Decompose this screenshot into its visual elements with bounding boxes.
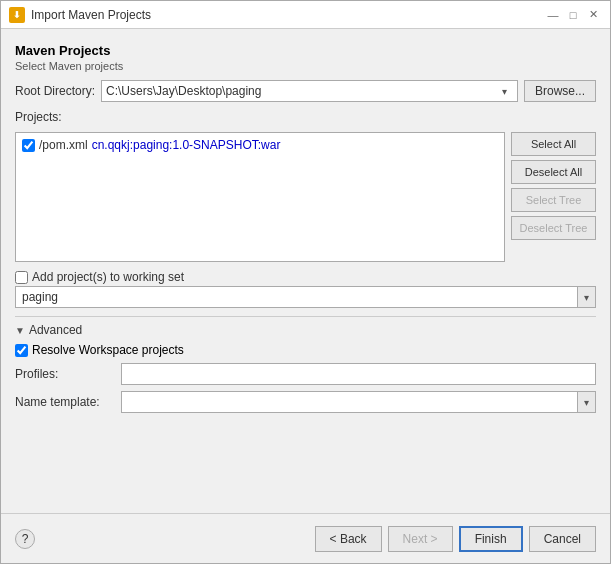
name-template-label: Name template: — [15, 395, 115, 409]
cancel-button[interactable]: Cancel — [529, 526, 596, 552]
name-template-combo[interactable]: ▾ — [121, 391, 596, 413]
window-icon: ⬇ — [9, 7, 25, 23]
working-set-arrow-icon[interactable]: ▾ — [577, 287, 595, 307]
window-title: Import Maven Projects — [31, 8, 151, 22]
dialog-footer: ? < Back Next > Finish Cancel — [1, 513, 610, 563]
advanced-header[interactable]: ▼ Advanced — [15, 323, 596, 337]
title-bar: ⬇ Import Maven Projects — □ ✕ — [1, 1, 610, 29]
deselect-all-button[interactable]: Deselect All — [511, 160, 596, 184]
advanced-label: Advanced — [29, 323, 82, 337]
back-button[interactable]: < Back — [315, 526, 382, 552]
profiles-input[interactable] — [121, 363, 596, 385]
footer-right: < Back Next > Finish Cancel — [315, 526, 596, 552]
minimize-button[interactable]: — — [544, 6, 562, 24]
dialog-title: Maven Projects — [15, 43, 596, 58]
dialog-subtitle: Select Maven projects — [15, 60, 596, 72]
projects-list[interactable]: /pom.xml cn.qqkj:paging:1.0-SNAPSHOT:war — [15, 132, 505, 262]
projects-label: Projects: — [15, 110, 596, 124]
project-artifact: cn.qqkj:paging:1.0-SNAPSHOT:war — [92, 138, 281, 152]
dialog-content: Maven Projects Select Maven projects Roo… — [1, 29, 610, 513]
name-template-arrow-icon[interactable]: ▾ — [577, 392, 595, 412]
select-tree-button[interactable]: Select Tree — [511, 188, 596, 212]
advanced-expand-icon: ▼ — [15, 325, 25, 336]
advanced-section: ▼ Advanced Resolve Workspace projects Pr… — [15, 316, 596, 413]
import-maven-dialog: ⬇ Import Maven Projects — □ ✕ Maven Proj… — [0, 0, 611, 564]
profiles-label: Profiles: — [15, 367, 115, 381]
profiles-row: Profiles: — [15, 363, 596, 385]
project-path: /pom.xml — [39, 138, 88, 152]
title-bar-left: ⬇ Import Maven Projects — [9, 7, 151, 23]
resolve-workspace-label: Resolve Workspace projects — [32, 343, 184, 357]
root-directory-arrow-icon: ▾ — [497, 86, 513, 97]
close-button[interactable]: ✕ — [584, 6, 602, 24]
projects-buttons: Select All Deselect All Select Tree Dese… — [511, 132, 596, 262]
maximize-button[interactable]: □ — [564, 6, 582, 24]
resolve-workspace-checkbox[interactable] — [15, 344, 28, 357]
select-all-button[interactable]: Select All — [511, 132, 596, 156]
working-set-label: Add project(s) to working set — [32, 270, 184, 284]
working-set-row: Add project(s) to working set — [15, 270, 596, 284]
resolve-workspace-row: Resolve Workspace projects — [15, 343, 596, 357]
footer-left: ? — [15, 529, 35, 549]
project-checkbox[interactable] — [22, 139, 35, 152]
working-set-section: Add project(s) to working set paging ▾ — [15, 270, 596, 308]
help-button[interactable]: ? — [15, 529, 35, 549]
deselect-tree-button[interactable]: Deselect Tree — [511, 216, 596, 240]
advanced-content: Resolve Workspace projects Profiles: Nam… — [15, 343, 596, 413]
working-set-value: paging — [16, 290, 577, 304]
projects-area: /pom.xml cn.qqkj:paging:1.0-SNAPSHOT:war… — [15, 132, 596, 262]
dialog-header: Maven Projects Select Maven projects — [15, 43, 596, 72]
root-directory-label: Root Directory: — [15, 84, 95, 98]
browse-button[interactable]: Browse... — [524, 80, 596, 102]
root-directory-value: C:\Users\Jay\Desktop\paging — [106, 84, 497, 98]
root-directory-row: Root Directory: C:\Users\Jay\Desktop\pag… — [15, 80, 596, 102]
working-set-combo[interactable]: paging ▾ — [15, 286, 596, 308]
finish-button[interactable]: Finish — [459, 526, 523, 552]
root-directory-combo[interactable]: C:\Users\Jay\Desktop\paging ▾ — [101, 80, 518, 102]
title-bar-controls: — □ ✕ — [544, 6, 602, 24]
table-row: /pom.xml cn.qqkj:paging:1.0-SNAPSHOT:war — [20, 137, 500, 153]
name-template-row: Name template: ▾ — [15, 391, 596, 413]
next-button[interactable]: Next > — [388, 526, 453, 552]
working-set-checkbox[interactable] — [15, 271, 28, 284]
